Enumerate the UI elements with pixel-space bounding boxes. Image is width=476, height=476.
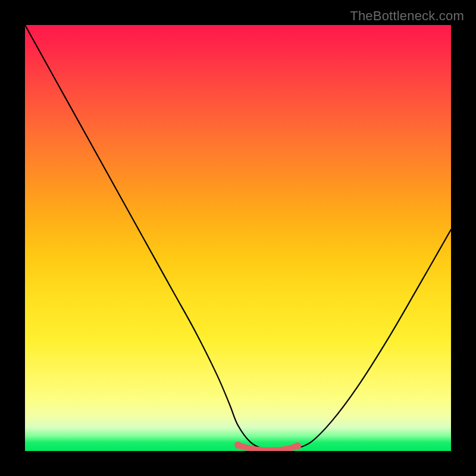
svg-point-1 (294, 442, 301, 449)
flat-bottom-accent (234, 441, 301, 450)
attribution-text: TheBottleneck.com (350, 8, 464, 24)
bottleneck-curve (25, 25, 451, 451)
chart-frame: TheBottleneck.com (0, 0, 476, 476)
curve-layer (25, 25, 451, 451)
plot-area (25, 25, 451, 451)
svg-point-0 (234, 441, 242, 449)
